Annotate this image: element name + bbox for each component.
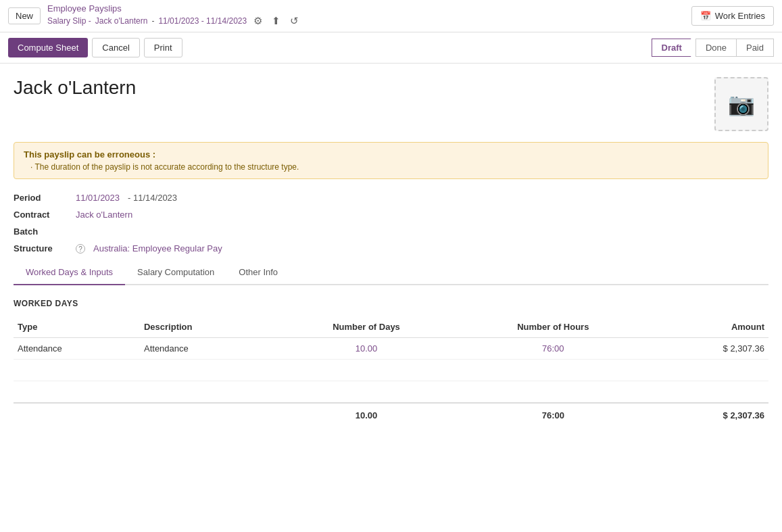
period-start-value[interactable]: 11/01/2023 [76,193,120,203]
warning-title: This payslip can be erroneous : [24,149,758,160]
warning-message: · The duration of the payslip is not acc… [24,162,758,172]
breadcrumb-date: 11/01/2023 - 11/14/2023 [158,16,247,26]
calendar-icon: 📅 [700,11,711,21]
main-content: Jack o'Lantern 📷 This payslip can be err… [0,64,782,441]
row-amount: $ 2,307.36 [649,338,768,360]
footer-hours: 76:00 [457,403,649,427]
photo-placeholder[interactable]: 📷 [714,77,768,131]
structure-help-icon[interactable]: ? [76,244,85,253]
action-buttons: Compute Sheet Cancel Print [8,38,182,57]
worked-days-title: WORKED DAYS [14,299,768,308]
warning-box: This payslip can be erroneous : · The du… [14,142,768,179]
row-days: 10.00 [276,338,458,360]
upload-icon-button[interactable]: ⬆ [269,14,283,28]
col-hours: Number of Hours [457,316,649,338]
breadcrumb-sub-text: Salary Slip - [47,16,91,26]
cancel-button[interactable]: Cancel [92,38,139,57]
settings-icon-button[interactable]: ⚙ [251,14,265,28]
batch-label: Batch [14,226,68,237]
table-header-row: Type Description Number of Days Number o… [14,316,768,338]
row-hours: 76:00 [457,338,649,360]
status-bar: Draft Done Paid [652,39,774,57]
col-type: Type [14,316,140,338]
breadcrumb-employee: Jack o'Lantern [95,16,148,26]
tab-worked-days[interactable]: Worked Days & Inputs [14,260,125,285]
row-description: Attendance [140,338,276,360]
period-separator: - 11/14/2023 [128,193,177,203]
print-button[interactable]: Print [144,38,182,57]
contract-value[interactable]: Jack o'Lantern [76,210,132,220]
structure-field: Structure ? Australia: Employee Regular … [14,243,768,253]
new-button[interactable]: New [8,7,41,24]
status-draft[interactable]: Draft [652,39,696,57]
period-field: Period 11/01/2023 - 11/14/2023 [14,193,768,203]
camera-icon: 📷 [728,91,755,117]
table-footer-row: 10.00 76:00 $ 2,307.36 [14,403,768,427]
compute-sheet-button[interactable]: Compute Sheet [8,38,88,57]
batch-field: Batch [14,226,768,237]
tab-salary-computation[interactable]: Salary Computation [125,260,226,285]
period-label: Period [14,193,68,203]
col-description: Description [140,316,276,338]
work-entries-section: 📅 Work Entries [691,6,774,26]
structure-value[interactable]: Australia: Employee Regular Pay [93,243,222,253]
status-paid[interactable]: Paid [736,39,774,57]
col-amount: Amount [649,316,768,338]
status-done[interactable]: Done [695,39,737,57]
worked-days-section: WORKED DAYS Type Description Number of D… [14,299,768,427]
work-entries-label: Work Entries [715,11,765,21]
table-row[interactable]: Attendance Attendance 10.00 76:00 $ 2,30… [14,338,768,360]
footer-days: 10.00 [276,403,458,427]
breadcrumb-parent-link[interactable]: Employee Payslips [47,3,301,14]
footer-amount: $ 2,307.36 [649,403,768,427]
breadcrumb-separator: - [151,16,154,26]
empty-row-1 [14,360,768,381]
contract-label: Contract [14,210,68,220]
tab-other-info[interactable]: Other Info [226,260,290,285]
refresh-icon-button[interactable]: ↺ [287,14,301,28]
work-entries-button[interactable]: 📅 Work Entries [691,6,774,26]
row-type: Attendance [14,338,140,360]
structure-label: Structure [14,243,68,253]
breadcrumb-section: New Employee Payslips Salary Slip - Jack… [8,3,301,28]
worked-days-table: Type Description Number of Days Number o… [14,316,768,427]
tabs-container: Worked Days & Inputs Salary Computation … [14,260,768,285]
employee-header: Jack o'Lantern 📷 [14,77,768,131]
top-bar: New Employee Payslips Salary Slip - Jack… [0,0,782,32]
action-bar: Compute Sheet Cancel Print Draft Done Pa… [0,32,782,64]
breadcrumb-sub: Salary Slip - Jack o'Lantern - 11/01/202… [47,14,301,28]
contract-field: Contract Jack o'Lantern [14,210,768,220]
employee-name: Jack o'Lantern [14,77,136,99]
empty-row-2 [14,381,768,403]
col-days: Number of Days [276,316,458,338]
